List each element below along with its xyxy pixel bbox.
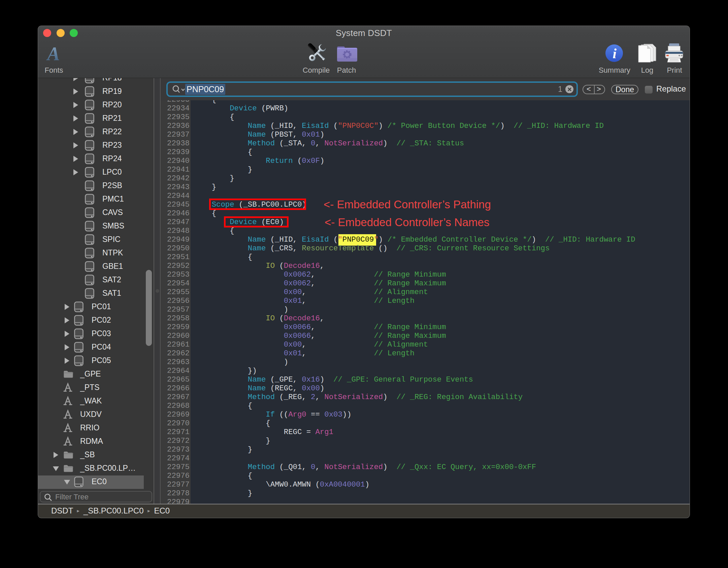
svg-text:A: A: [46, 45, 60, 63]
svg-text:i: i: [613, 46, 617, 61]
